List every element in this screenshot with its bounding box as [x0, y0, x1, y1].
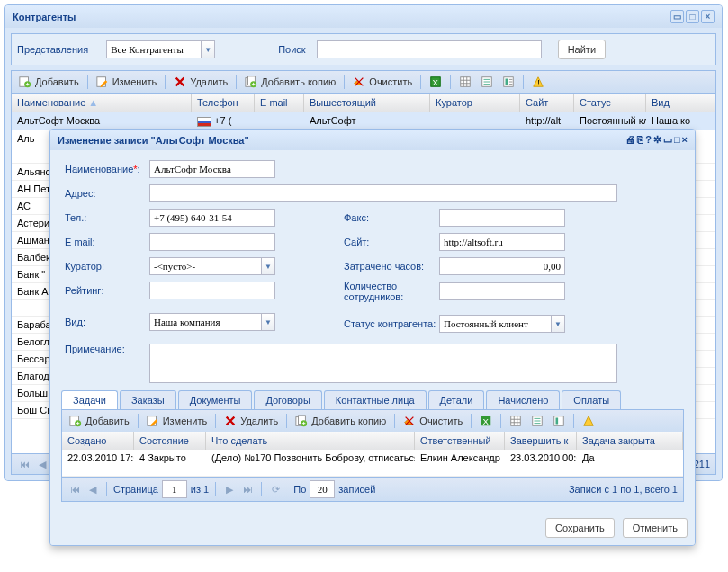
tab-0[interactable]: Задачи [61, 390, 118, 409]
col-email[interactable]: E mail [255, 94, 304, 112]
pager-prev-icon[interactable]: ◀ [35, 457, 49, 471]
pg-refresh-icon[interactable]: ⟳ [268, 482, 283, 486]
tab-4[interactable]: Контактные лица [324, 390, 427, 409]
add-button[interactable]: Добавить [15, 74, 83, 90]
grid-icon [509, 415, 522, 427]
search-input[interactable] [317, 40, 542, 58]
col-site[interactable]: Сайт [520, 94, 574, 112]
chevron-down-icon[interactable]: ▼ [551, 315, 565, 333]
lbl-note: Примечание: [61, 344, 149, 354]
pg-per-label: записей [338, 484, 375, 486]
input-type[interactable]: ▼ [149, 313, 275, 331]
input-status[interactable]: ▼ [439, 315, 565, 333]
tcol-resp[interactable]: Ответственный [415, 432, 505, 450]
input-hours[interactable] [439, 257, 565, 275]
sub-warn-button[interactable]: ! [579, 413, 598, 429]
input-staff[interactable] [439, 282, 565, 300]
tcol-due[interactable]: Завершить к [505, 432, 577, 450]
chevron-down-icon[interactable]: ▼ [261, 313, 275, 331]
col-status[interactable]: Статус [574, 94, 646, 112]
sub-excel-button[interactable]: X [476, 413, 496, 429]
find-button[interactable]: Найти [558, 40, 606, 59]
pg-input[interactable] [162, 480, 187, 486]
input-name[interactable] [149, 160, 275, 178]
chevron-down-icon[interactable]: ▼ [201, 40, 215, 58]
gear-icon[interactable]: ✲ [653, 134, 661, 146]
tcol-state[interactable]: Состояние [134, 432, 206, 450]
detail-icon-button[interactable] [499, 74, 518, 90]
list-icon-button[interactable] [477, 74, 497, 90]
modal-title: Изменение записи "АльтСофт Москва" [58, 135, 249, 146]
sub-clear-button[interactable]: Очистить [400, 413, 466, 429]
pg-first-icon[interactable]: ⏮ [67, 482, 82, 486]
view-label: Представления [17, 44, 88, 55]
edit-icon [96, 76, 109, 88]
window-title: Контрагенты [13, 12, 76, 22]
sub-list-button[interactable] [527, 413, 547, 429]
pg-per-input[interactable] [310, 480, 335, 486]
pager-first-icon[interactable]: ⏮ [17, 457, 31, 471]
tab-1[interactable]: Заказы [120, 390, 176, 409]
tab-6[interactable]: Начислено [486, 390, 560, 409]
lbl-name: Наименование*: [61, 164, 149, 174]
delete-icon [224, 415, 237, 427]
input-tel[interactable] [149, 209, 275, 227]
pg-of: из 1 [191, 484, 209, 486]
modal-min-icon[interactable]: ▭ [663, 134, 672, 146]
chevron-down-icon[interactable]: ▼ [261, 257, 275, 275]
tcol-closed[interactable]: Задача закрыта [577, 432, 683, 450]
warn-icon-button[interactable]: ! [528, 74, 548, 90]
input-rating[interactable] [149, 282, 275, 299]
excel-button[interactable]: X [426, 74, 445, 90]
copy-button[interactable]: Добавить копию [241, 74, 339, 90]
clear-button[interactable]: Очистить [349, 74, 416, 90]
task-row[interactable]: 22.03.2010 17:07 4 Закрыто (Дело) №170 П… [62, 450, 683, 477]
pg-last-icon[interactable]: ⏭ [240, 482, 255, 486]
sub-add-button[interactable]: Добавить [66, 413, 133, 429]
input-site[interactable] [439, 233, 565, 251]
input-addr[interactable] [149, 184, 617, 202]
sub-grid-button[interactable] [506, 413, 526, 429]
input-note[interactable] [149, 344, 617, 383]
tab-2[interactable]: Документы [178, 390, 253, 409]
modal-max-icon[interactable]: □ [674, 134, 680, 146]
tab-3[interactable]: Договоры [254, 390, 321, 409]
lbl-type: Вид: [61, 317, 149, 327]
minimize-icon[interactable]: ▭ [670, 10, 684, 23]
modal-close-icon[interactable]: × [682, 134, 688, 146]
delete-icon [174, 76, 186, 88]
tab-5[interactable]: Детали [428, 390, 485, 409]
input-fax[interactable] [439, 209, 565, 227]
input-email[interactable] [149, 233, 275, 251]
sub-edit-button[interactable]: Изменить [143, 413, 211, 429]
pg-next-icon[interactable]: ▶ [222, 482, 237, 486]
tcol-created[interactable]: Создано [62, 432, 134, 450]
sub-detail-button[interactable] [549, 413, 569, 429]
modal-copy-icon[interactable]: ⎘ [637, 134, 643, 146]
col-type[interactable]: Вид [646, 94, 715, 112]
detail-icon [502, 76, 515, 88]
sub-copy-button[interactable]: Добавить копию [292, 413, 390, 429]
help-icon[interactable]: ? [645, 134, 652, 146]
grid-icon [459, 76, 472, 88]
table-row[interactable]: АльтСофт Москва +7 (АльтСофтhttp://altПо… [12, 112, 715, 130]
list-icon [481, 76, 493, 88]
grid-icon-button[interactable] [455, 74, 475, 90]
col-name[interactable]: Наименование ▲ [12, 94, 192, 112]
view-select[interactable]: ▼ [106, 40, 215, 58]
col-phone[interactable]: Телефон [192, 94, 255, 112]
lbl-email: E mail: [61, 237, 149, 247]
input-curator[interactable]: ▼ [149, 257, 275, 275]
col-curator[interactable]: Куратор [430, 94, 520, 112]
tcol-todo[interactable]: Что сделать [206, 432, 415, 450]
delete-button[interactable]: Удалить [170, 74, 231, 90]
tab-7[interactable]: Оплаты [562, 390, 621, 409]
edit-button[interactable]: Изменить [93, 74, 161, 90]
sub-delete-button[interactable]: Удалить [220, 413, 282, 429]
col-parent[interactable]: Вышестоящий [304, 94, 430, 112]
svg-rect-8 [461, 77, 471, 87]
maximize-icon[interactable]: □ [686, 10, 699, 23]
print-icon[interactable]: 🖨 [625, 134, 635, 146]
pg-prev-icon[interactable]: ◀ [85, 482, 100, 486]
close-icon[interactable]: × [701, 10, 715, 23]
